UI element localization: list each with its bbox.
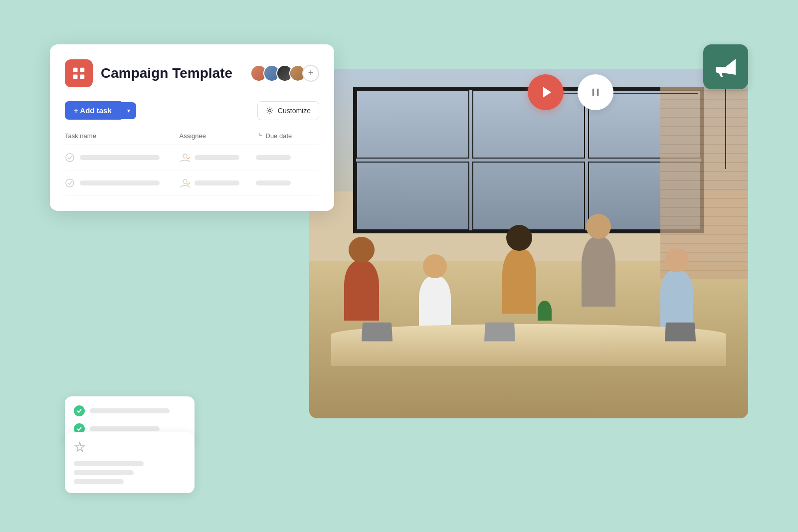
content-line [74,470,134,475]
laptop [362,322,393,341]
checkmark-icon [76,426,82,432]
add-task-dropdown-button[interactable]: ▾ [121,102,136,119]
window-pane [472,162,586,230]
svg-marker-9 [543,87,551,97]
table-row [65,145,319,171]
window-pane [356,162,469,230]
task-name-cell [65,178,180,188]
card-toolbar: + Add task ▾ Customize [65,101,319,120]
meeting-photo [309,69,748,418]
svg-point-7 [66,179,74,187]
svg-rect-1 [80,67,85,72]
plant [538,301,552,321]
person-figure [582,214,615,307]
checklist-skeleton [90,426,160,431]
assignee-skeleton [195,155,239,160]
due-date-cell [256,180,320,185]
laptop [484,322,515,341]
main-scene: Campaign Template + + Add task [50,29,748,503]
svg-point-6 [183,154,187,158]
window [353,87,704,233]
card-title: Campaign Template [101,65,242,81]
content-line [74,461,144,466]
megaphone-card [703,44,748,89]
sparkle-icon [74,441,86,453]
due-date-skeleton [256,155,291,160]
content-card [65,432,195,493]
megaphone-icon [714,55,738,79]
avatars-group: + [250,65,319,82]
checklist-item [74,405,186,416]
due-date-skeleton [256,180,291,185]
col-task-name: Task name [65,132,180,140]
window-pane [472,90,586,159]
customize-button[interactable]: Customize [257,101,319,120]
pause-button[interactable] [578,74,613,110]
laptop [665,322,696,341]
checkmark-icon [76,408,82,414]
svg-point-8 [183,179,187,183]
connection-line-vertical [725,89,726,169]
task-table: Task name Assignee Due date [65,132,319,196]
check-icon [65,178,75,188]
check-icon [65,153,75,163]
pause-icon [590,87,601,98]
window-pane [356,90,469,159]
play-icon [540,85,554,99]
campaign-card: Campaign Template + + Add task [50,44,334,211]
svg-point-5 [66,154,74,162]
due-date-icon [256,132,263,139]
content-lines [74,461,186,484]
svg-rect-0 [73,67,78,72]
task-name-skeleton [80,180,160,185]
assignee-cell [180,152,256,163]
customize-label: Customize [278,107,311,115]
add-task-main-button[interactable]: + Add task [65,101,121,120]
svg-rect-2 [73,74,78,79]
svg-rect-11 [597,88,599,96]
svg-rect-10 [593,88,595,96]
table-header: Task name Assignee Due date [65,132,319,145]
assignee-skeleton [195,180,239,185]
add-avatar-button[interactable]: + [302,65,319,82]
svg-rect-3 [80,74,85,79]
checklist-skeleton [90,408,170,413]
due-date-cell [256,155,320,160]
card-header: Campaign Template + [65,59,319,87]
content-line [74,479,124,484]
task-name-cell [65,153,180,163]
checked-circle [74,405,85,416]
assignee-icon [180,152,191,163]
template-icon-svg [71,66,86,81]
customize-icon [266,107,274,115]
col-due-date: Due date [256,132,320,140]
col-assignee: Assignee [180,132,256,140]
person-figure [660,248,693,328]
add-task-button-group: + Add task ▾ [65,101,136,120]
table-row [65,171,319,196]
person-figure [502,225,536,314]
person-figure [419,254,451,331]
person-figure [344,237,379,321]
assignee-icon [180,177,191,188]
assignee-cell [180,177,256,188]
template-icon [65,59,93,87]
svg-point-4 [268,109,271,112]
play-button[interactable] [528,74,564,110]
task-name-skeleton [80,155,160,160]
